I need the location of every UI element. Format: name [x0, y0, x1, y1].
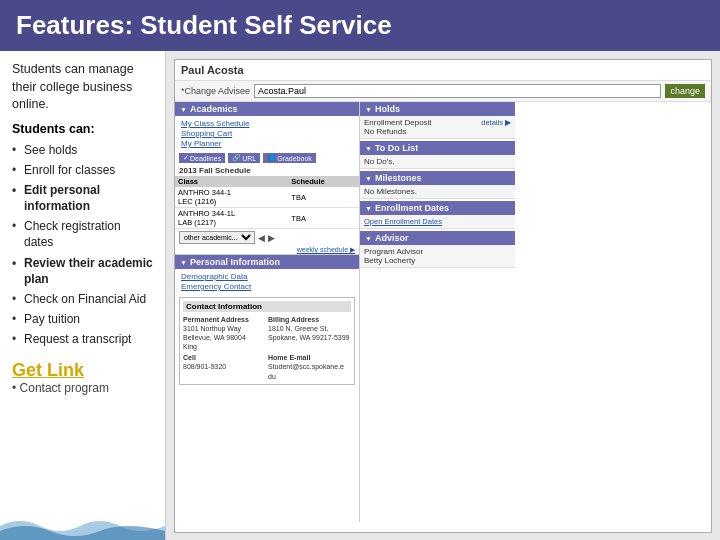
dropdown-row: other academic... ◀ ▶ — [175, 229, 359, 246]
emergency-contact-link[interactable]: Emergency Contact — [181, 282, 353, 291]
left-panel-wrapper: Students can manage their college busine… — [0, 51, 165, 540]
milestones-header: ▼ Milestones — [360, 171, 515, 185]
holds-content: details ▶ Enrollment Deposit No Refunds — [360, 116, 515, 139]
personal-info-arrow-icon: ▼ — [180, 259, 187, 266]
table-row: ANTHRO 344-1LEC (1216) TBA — [175, 187, 359, 208]
contact-grid: Permanent Address 3101 Northup WayBellev… — [183, 315, 351, 381]
milestones-section: ▼ Milestones No Milestones. — [360, 171, 515, 199]
url-button[interactable]: 🔗 URL — [228, 153, 260, 163]
enrollment-label: Enrollment Dates — [375, 203, 449, 213]
personal-info-label: Personal Information — [190, 257, 280, 267]
nav-arrows: ◀ ▶ — [258, 233, 275, 243]
contact-info-header: Contact Information — [183, 301, 351, 312]
advisor-section: ▼ Advisor Program Advisor Betty Locherty — [360, 231, 515, 268]
deadlines-button[interactable]: ✓ Deadlines — [179, 153, 225, 163]
todo-header: ▼ To Do List — [360, 141, 515, 155]
enrollment-content: Open Enrollment Dates — [360, 215, 515, 229]
class-cell: ANTHRO 344-1LLAB (1217) — [175, 208, 288, 229]
adviser-input[interactable] — [254, 84, 661, 98]
billing-address: Billing Address 1810 N. Greene St.Spokan… — [268, 315, 351, 351]
feature-list: See holds Enroll for classes Edit person… — [12, 140, 153, 350]
advisor-header: ▼ Advisor — [360, 231, 515, 245]
col-schedule: Schedule — [288, 176, 359, 187]
schedule-cell: TBA — [288, 208, 359, 229]
holds-arrow-icon: ▼ — [365, 106, 372, 113]
col-class: Class — [175, 176, 288, 187]
todo-label: To Do List — [375, 143, 418, 153]
get-link[interactable]: Get Link — [12, 360, 153, 381]
enrollment-arrow-icon: ▼ — [365, 205, 372, 212]
email-label: Home E-mail — [268, 353, 351, 362]
page-title: Features: Student Self Service — [16, 10, 392, 41]
milestones-content: No Milestones. — [360, 185, 515, 199]
change-button[interactable]: change — [665, 84, 705, 98]
shopping-cart-link[interactable]: Shopping Cart — [181, 129, 249, 138]
table-row: ANTHRO 344-1LLAB (1217) TBA — [175, 208, 359, 229]
academics-label: Academics — [190, 104, 238, 114]
open-enrollment-link[interactable]: Open Enrollment Dates — [364, 217, 442, 226]
home-email: Home E-mail Student@scc.spokane.edu — [268, 353, 351, 380]
sim-columns: ▼ Academics My Class Schedule Shopping C… — [175, 102, 711, 522]
academic-dropdown[interactable]: other academic... — [179, 231, 255, 244]
list-item: Request a transcript — [12, 329, 153, 349]
advisor-content: Program Advisor Betty Locherty — [360, 245, 515, 268]
advisor-label: Advisor — [375, 233, 409, 243]
right-sidebar: ▼ Holds details ▶ Enrollment Deposit No … — [360, 102, 515, 522]
enrollment-section: ▼ Enrollment Dates Open Enrollment Dates — [360, 201, 515, 229]
toolbar-row: ✓ Deadlines 🔗 URL 📘 Gradebook — [175, 151, 359, 165]
list-item: Enroll for classes — [12, 160, 153, 180]
list-item: Pay tuition — [12, 309, 153, 329]
class-schedule-link[interactable]: My Class Schedule — [181, 119, 249, 128]
academics-arrow-icon: ▼ — [180, 106, 187, 113]
advisor-arrow-icon: ▼ — [365, 235, 372, 242]
cell-label: Cell — [183, 353, 266, 362]
holds-section: ▼ Holds details ▶ Enrollment Deposit No … — [360, 102, 515, 139]
personal-info-header: ▼ Personal Information — [175, 255, 359, 269]
demographic-link[interactable]: Demographic Data — [181, 272, 353, 281]
todo-section: ▼ To Do List No Do's. — [360, 141, 515, 169]
todo-content: No Do's. — [360, 155, 515, 169]
holds-header: ▼ Holds — [360, 102, 515, 116]
list-item-edit-personal: Edit personal information — [12, 180, 153, 216]
sim-app: Paul Acosta *Change Advisee change ▼ Aca… — [174, 59, 712, 533]
program-advisor-label: Program Advisor — [364, 247, 511, 256]
academics-links: My Class Schedule Shopping Cart My Plann… — [175, 116, 359, 151]
student-name: Paul Acosta — [181, 64, 244, 76]
schedule-table: Class Schedule ANTHRO 344-1LEC (1216) TB… — [175, 176, 359, 229]
todo-arrow-icon: ▼ — [365, 145, 372, 152]
my-planner-link[interactable]: My Planner — [181, 139, 249, 148]
perm-address-label: Permanent Address — [183, 315, 266, 324]
contact-link: • Contact program — [12, 381, 153, 395]
holds-label: Holds — [375, 104, 400, 114]
check-icon: ✓ — [183, 154, 189, 162]
gradebook-button[interactable]: 📘 Gradebook — [263, 153, 316, 163]
page-header: Features: Student Self Service — [0, 0, 720, 51]
permanent-address: Permanent Address 3101 Northup WayBellev… — [183, 315, 266, 351]
main-content: Students can manage their college busine… — [0, 51, 720, 540]
details-link[interactable]: details ▶ — [481, 118, 511, 127]
adviser-label: *Change Advisee — [181, 86, 250, 96]
schedule-label: 2013 Fall Schedule — [175, 165, 359, 176]
academics-column: ▼ Academics My Class Schedule Shopping C… — [175, 102, 360, 522]
wave-decoration — [0, 511, 165, 540]
academics-section-header: ▼ Academics — [175, 102, 359, 116]
check-on-text: Check on — [24, 292, 75, 306]
schedule-cell: TBA — [288, 187, 359, 208]
students-can-label: Students can: — [12, 122, 153, 136]
personal-links: Demographic Data Emergency Contact — [175, 269, 359, 294]
enrollment-header: ▼ Enrollment Dates — [360, 201, 515, 215]
right-panel: Paul Acosta *Change Advisee change ▼ Aca… — [165, 51, 720, 540]
advisor-name: Betty Locherty — [364, 256, 511, 265]
contact-info-box: Contact Information Permanent Address 31… — [179, 297, 355, 385]
weekly-schedule-link[interactable]: weekly schedule ▶ — [175, 246, 359, 254]
link-icon: 🔗 — [232, 154, 241, 162]
list-item: Check registration dates — [12, 216, 153, 252]
milestones-label: Milestones — [375, 173, 422, 183]
adviser-row: *Change Advisee change — [175, 81, 711, 102]
bottom-links-area: Get Link • Contact program — [12, 360, 153, 395]
billing-address-label: Billing Address — [268, 315, 351, 324]
no-refunds: No Refunds — [364, 127, 511, 136]
gradebook-icon: 📘 — [267, 154, 276, 162]
list-item-review-plan: Review their academic plan — [12, 253, 153, 289]
list-item: See holds — [12, 140, 153, 160]
